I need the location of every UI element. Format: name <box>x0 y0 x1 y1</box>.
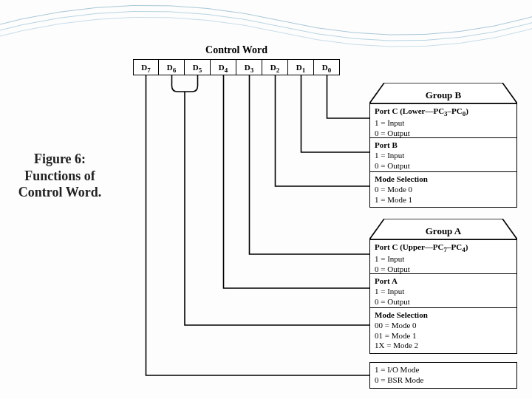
caption-line: Functions of <box>24 168 95 183</box>
group-b-header: Group B <box>369 83 517 103</box>
bit-d1: D1 <box>288 59 314 75</box>
group-a-header-label: Group A <box>426 225 462 236</box>
control-word-title: Control Word <box>133 44 340 56</box>
group-a-box-mode: Mode Selection00 = Mode 001 = Mode 11X =… <box>369 307 517 354</box>
group-b-box-portb: Port B1 = Input0 = Output <box>369 137 517 174</box>
group-a-box-portc-upper: Port C (Upper—PC7–PC4)1 = Input0 = Outpu… <box>369 239 517 278</box>
group-b-header-label: Group B <box>426 89 462 100</box>
figure-caption: Figure 6: Functions of Control Word. <box>4 151 115 201</box>
bit-d7: D7 <box>133 59 159 75</box>
group-b-box-mode: Mode Selection0 = Mode 01 = Mode 1 <box>369 171 517 208</box>
group-a-box-porta: Port A1 = Input0 = Output <box>369 273 517 310</box>
d7-mode-box: 1 = I/O Mode0 = BSR Mode <box>369 362 517 389</box>
caption-line: Figure 6: <box>34 151 86 166</box>
bit-d4: D4 <box>211 59 236 75</box>
group-a-header: Group A <box>369 219 517 239</box>
control-word-diagram: Control Word D7D6D5D4D3D2D1D0 Group B Po… <box>118 44 525 392</box>
bit-d3: D3 <box>236 59 262 75</box>
caption-line: Control Word. <box>18 185 101 200</box>
bit-d5: D5 <box>185 59 211 75</box>
bit-row: D7D6D5D4D3D2D1D0 <box>133 59 340 75</box>
bit-d6: D6 <box>159 59 185 75</box>
bit-d0: D0 <box>314 59 340 75</box>
group-b-box-portc-lower: Port C (Lower—PC3–PC0)1 = Input0 = Outpu… <box>369 103 517 142</box>
bit-d2: D2 <box>262 59 288 75</box>
